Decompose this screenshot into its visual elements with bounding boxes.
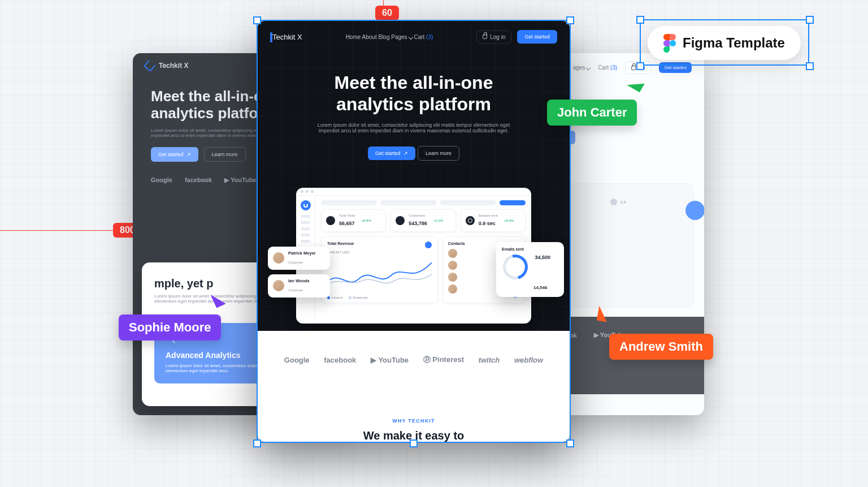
resize-handle-nw[interactable] bbox=[636, 16, 644, 24]
chevron-down-icon bbox=[586, 66, 591, 70]
selection-outline-pill[interactable] bbox=[640, 19, 809, 66]
resize-handle-ne[interactable] bbox=[566, 16, 574, 24]
resize-handle-se[interactable] bbox=[566, 439, 574, 447]
lock-icon bbox=[631, 66, 636, 70]
resize-handle-nw[interactable] bbox=[253, 16, 261, 24]
cursor-label-john: John Carter bbox=[547, 100, 637, 126]
nav-cart[interactable]: Cart (3) bbox=[598, 64, 617, 71]
nav-pages[interactable]: ages bbox=[573, 64, 591, 71]
resize-handle-sw[interactable] bbox=[253, 439, 261, 447]
resize-handle-sw[interactable] bbox=[636, 62, 644, 70]
selection-outline[interactable] bbox=[257, 20, 571, 443]
cursor-label-andrew: Andrew Smith bbox=[609, 334, 713, 360]
resize-handle-ne[interactable] bbox=[806, 16, 814, 24]
guide-label-top: 60 bbox=[375, 6, 399, 20]
resize-handle-s[interactable] bbox=[410, 439, 418, 447]
cursor-label-sophie: Sophie Moore bbox=[119, 314, 221, 341]
resize-handle-se[interactable] bbox=[806, 62, 814, 70]
